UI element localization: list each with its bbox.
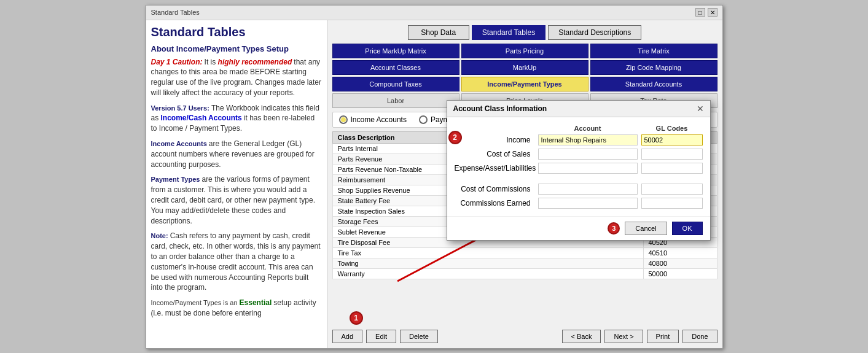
minimize-button[interactable]: □ xyxy=(695,8,705,17)
add-button[interactable]: Add xyxy=(332,330,363,343)
nav-standard-descriptions[interactable]: Standard Descriptions xyxy=(548,25,641,40)
close-button[interactable]: ✕ xyxy=(708,8,717,17)
window-title: Standard Tables xyxy=(151,9,200,16)
btn-markup[interactable]: MarkUp xyxy=(461,60,588,75)
window-controls: □ ✕ xyxy=(695,8,717,17)
dialog-commcost-gl[interactable] xyxy=(641,184,703,195)
radio-income-label: Income Accounts xyxy=(351,115,407,124)
table-row[interactable]: Tire Tax40510 xyxy=(332,247,717,258)
sidebar-v57-label: Version 5.7 Users: xyxy=(151,104,209,112)
dialog-body: Account GL Codes 2 Income Cost of Sales … xyxy=(447,117,710,216)
badge-2: 2 xyxy=(448,131,462,144)
sidebar-day1-highlight: highly recommended xyxy=(218,58,292,66)
sidebar-essential: Income/Payment Types is an Essential set… xyxy=(151,298,322,319)
sidebar-v57-highlight: Income/Cash Accounts xyxy=(161,114,242,122)
delete-button[interactable]: Delete xyxy=(400,330,438,343)
btn-labor[interactable]: Labor xyxy=(332,93,459,108)
dialog-label-commearned: Commissions Earned xyxy=(455,199,534,208)
btn-tire-matrix[interactable]: Tire Matrix xyxy=(590,44,717,58)
sidebar-day1-label: Day 1 Caution: xyxy=(151,58,203,66)
radio-income[interactable]: Income Accounts xyxy=(339,115,407,124)
btn-income-payment[interactable]: Income/Payment Types xyxy=(461,77,588,91)
btn-standard-accounts[interactable]: Standard Accounts xyxy=(590,77,717,91)
sidebar: Standard Tables About Income/Payment Typ… xyxy=(146,20,327,348)
btn-parts-pricing[interactable]: Parts Pricing xyxy=(461,44,588,58)
sidebar-day1: Day 1 Caution: It is highly recommended … xyxy=(151,57,322,98)
sidebar-v57: Version 5.7 Users: The Workbook indicate… xyxy=(151,103,322,134)
dialog-expense-gl[interactable] xyxy=(641,163,703,174)
nav-row: Shop Data Standard Tables Standard Descr… xyxy=(332,25,717,40)
cell-gl: 40510 xyxy=(643,247,717,258)
btn-zip-code[interactable]: Zip Code Mapping xyxy=(590,60,717,75)
sidebar-note: Note: Cash refers to any payment by cash… xyxy=(151,231,322,293)
bottom-row: 1 Add Edit Delete < Back Next > Print Do… xyxy=(332,330,717,343)
radio-payment-circle xyxy=(419,115,428,124)
dialog-footer: 3 Cancel OK xyxy=(447,216,710,240)
btn-grid: Price MarkUp Matrix Parts Pricing Tire M… xyxy=(332,44,717,108)
badge-3: 3 xyxy=(608,222,620,235)
dialog-label-commcost: Cost of Commissions xyxy=(455,185,534,193)
dialog-commearned-gl[interactable] xyxy=(641,198,703,209)
radio-income-circle xyxy=(339,115,348,124)
cell-gl: 40800 xyxy=(643,258,717,268)
btn-price-markup[interactable]: Price MarkUp Matrix xyxy=(332,44,459,58)
cell-desc: Warranty xyxy=(332,268,643,279)
sidebar-essential-text: setup activity (i.e. must be done before… xyxy=(151,298,316,317)
dialog-expense-account[interactable] xyxy=(538,163,638,174)
bottom-left: 1 Add Edit Delete xyxy=(332,330,438,343)
back-button[interactable]: < Back xyxy=(562,330,601,343)
print-button[interactable]: Print xyxy=(647,330,679,343)
sidebar-essential-label: Essential xyxy=(240,298,272,307)
dialog-label-expense: Expense/Asset/Liabilities xyxy=(455,164,534,173)
sidebar-section-title: About Income/Payment Types Setup xyxy=(151,44,322,53)
dialog-commcost-account[interactable] xyxy=(538,184,638,195)
sidebar-note-label: Note: xyxy=(151,232,168,239)
cell-desc: Tire Tax xyxy=(332,247,643,258)
dialog-label-income: 2 Income xyxy=(455,136,534,144)
cell-desc: Towing xyxy=(332,258,643,268)
nav-standard-tables[interactable]: Standard Tables xyxy=(472,25,546,40)
dialog-commearned-account[interactable] xyxy=(538,198,638,209)
badge-1: 1 xyxy=(350,311,363,325)
cell-gl: 50000 xyxy=(643,268,717,279)
next-button[interactable]: Next > xyxy=(604,330,643,343)
done-button[interactable]: Done xyxy=(682,330,717,343)
sidebar-income-label: Income Accounts xyxy=(151,140,207,147)
sidebar-income: Income Accounts are the General Ledger (… xyxy=(151,139,322,169)
sidebar-note-text: Cash refers to any payment by cash, cred… xyxy=(151,231,321,292)
sidebar-payment: Payment Types are the various forms of p… xyxy=(151,174,322,226)
account-class-dialog: Account Class Information ✕ Account GL C… xyxy=(447,100,711,241)
dialog-titlebar: Account Class Information ✕ xyxy=(447,101,710,117)
sidebar-payment-label: Payment Types xyxy=(151,176,200,183)
dialog-label-cos: Cost of Sales xyxy=(455,150,534,158)
table-row[interactable]: Warranty50000 xyxy=(332,268,717,279)
dialog-close-button[interactable]: ✕ xyxy=(697,104,704,114)
sidebar-title: Standard Tables xyxy=(151,25,322,39)
nav-shop-data[interactable]: Shop Data xyxy=(408,25,469,40)
sidebar-day1-text: It is xyxy=(205,58,218,66)
dialog-income-gl[interactable] xyxy=(641,134,703,145)
table-row[interactable]: Towing40800 xyxy=(332,258,717,268)
btn-account-classes[interactable]: Account Classes xyxy=(332,60,459,75)
dialog-title: Account Class Information xyxy=(453,104,547,113)
dialog-ok-button[interactable]: OK xyxy=(672,222,703,235)
dialog-income-account[interactable] xyxy=(538,134,638,145)
edit-button[interactable]: Edit xyxy=(366,330,396,343)
dialog-cos-gl[interactable] xyxy=(641,149,703,160)
dialog-cancel-button[interactable]: Cancel xyxy=(625,222,667,235)
btn-compound-taxes[interactable]: Compound Taxes xyxy=(332,77,459,91)
dialog-cos-account[interactable] xyxy=(538,149,638,160)
title-bar: Standard Tables □ ✕ xyxy=(146,6,722,20)
bottom-center: < Back Next > Print Done xyxy=(562,330,717,343)
dialog-col-account: Account xyxy=(538,125,638,132)
dialog-col-gl: GL Codes xyxy=(641,125,703,132)
